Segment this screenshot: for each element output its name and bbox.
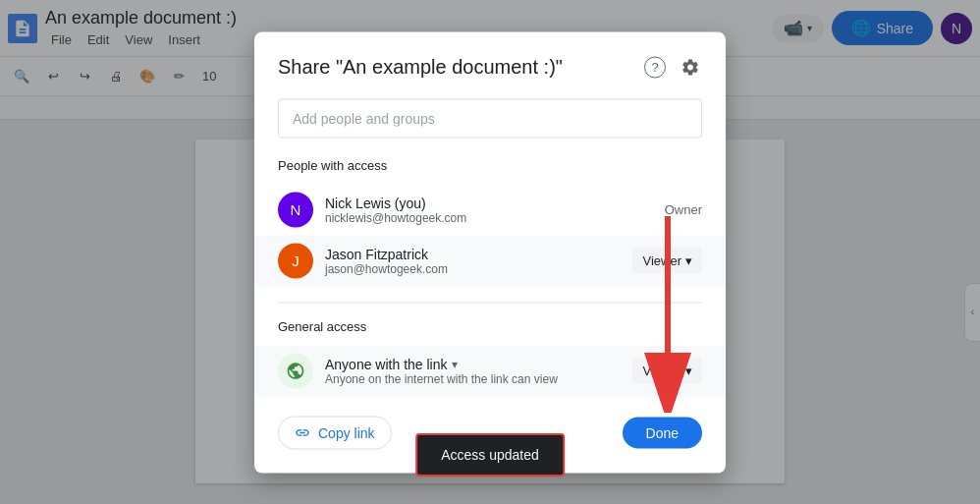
jason-name: Jason Fitzpatrick — [325, 246, 621, 261]
help-icon-symbol: ? — [644, 56, 666, 78]
done-label: Done — [646, 424, 679, 440]
access-globe-icon — [278, 353, 313, 388]
access-name-chevron-icon: ▾ — [452, 357, 458, 370]
access-dropdown-chevron-icon: ▾ — [685, 364, 692, 378]
copy-link-label: Copy link — [318, 424, 375, 440]
dialog-title: Share "An example document :)" — [278, 56, 563, 79]
nick-info: Nick Lewis (you) nicklewis@howtogeek.com — [325, 195, 653, 224]
help-icon[interactable]: ? — [643, 55, 667, 79]
jason-role-label: Viewer — [642, 253, 681, 268]
add-people-input[interactable] — [293, 110, 687, 126]
settings-icon[interactable] — [679, 55, 702, 79]
link-icon — [295, 424, 310, 440]
nick-name: Nick Lewis (you) — [325, 195, 653, 210]
access-name-row: Anyone with the link ▾ — [325, 356, 621, 371]
access-role-dropdown[interactable]: Viewer ▾ — [632, 358, 702, 384]
jason-info: Jason Fitzpatrick jason@howtogeek.com — [325, 246, 621, 275]
dropdown-chevron-icon: ▾ — [685, 253, 692, 268]
share-dialog: Share "An example document :)" ? People … — [254, 31, 726, 473]
people-section-label: People with access — [278, 157, 702, 172]
general-access-row: Anyone with the link ▾ Anyone on the int… — [254, 345, 726, 396]
search-input-wrap — [278, 98, 702, 138]
jason-email: jason@howtogeek.com — [325, 261, 621, 275]
person-row-jason: J Jason Fitzpatrick jason@howtogeek.com … — [254, 235, 726, 286]
nick-avatar: N — [278, 192, 313, 227]
general-access-label: General access — [278, 318, 702, 333]
nick-role: Owner — [665, 202, 702, 217]
section-divider — [278, 302, 702, 303]
access-role-label: Viewer — [642, 364, 681, 378]
access-description: Anyone on the internet with the link can… — [325, 371, 621, 385]
person-row-nick: N Nick Lewis (you) nicklewis@howtogeek.c… — [278, 184, 702, 235]
nick-email: nicklewis@howtogeek.com — [325, 210, 653, 224]
toast-message: Access updated — [441, 447, 539, 463]
done-button[interactable]: Done — [623, 417, 702, 448]
copy-link-button[interactable]: Copy link — [278, 416, 392, 449]
access-updated-toast: Access updated — [415, 433, 565, 476]
access-name: Anyone with the link — [325, 356, 448, 371]
dialog-header-icons: ? — [643, 55, 702, 79]
jason-avatar: J — [278, 243, 313, 278]
jason-role-dropdown[interactable]: Viewer ▾ — [632, 248, 702, 274]
general-access-info: Anyone with the link ▾ Anyone on the int… — [325, 356, 621, 385]
dialog-header: Share "An example document :)" ? — [278, 55, 702, 79]
